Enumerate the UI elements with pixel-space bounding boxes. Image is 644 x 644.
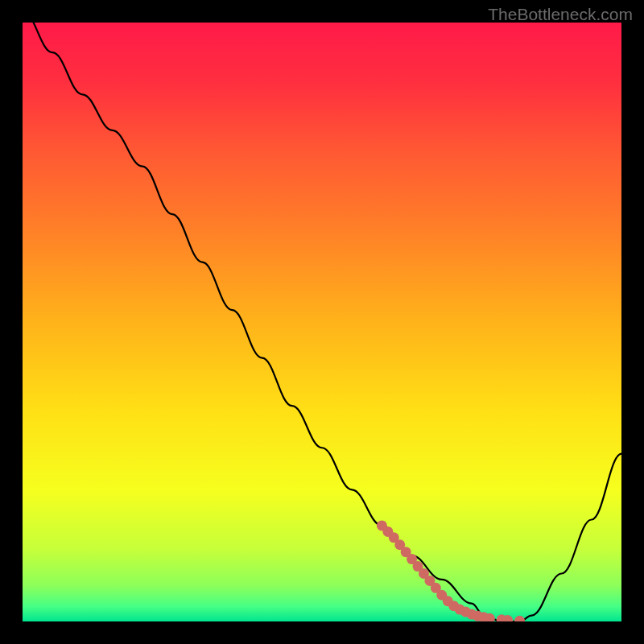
watermark-text: TheBottleneck.com: [488, 5, 633, 24]
chart-plot-area: [23, 23, 621, 621]
chart-background: [23, 23, 621, 621]
chart-svg: [23, 23, 621, 621]
